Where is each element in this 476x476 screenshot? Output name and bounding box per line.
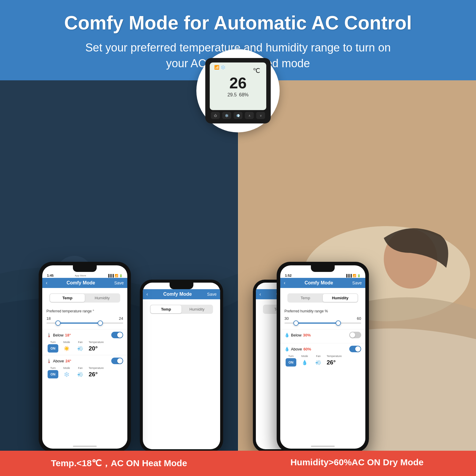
back-tab-area: Temp Humidity — [143, 299, 220, 319]
range-section-right: Preferred humidity range % 30 60 — [280, 307, 365, 329]
phone-right-screen: 1:52 ▐▐▐ 📶 🔋 ‹ Comfy Mode Save — [280, 265, 365, 449]
tab-temp-left[interactable]: Temp — [50, 294, 85, 302]
tab-humidity-bl[interactable]: Humidity — [181, 305, 212, 313]
device-btn-fan[interactable]: 💨 — [234, 112, 242, 119]
toggle-below-right[interactable] — [349, 332, 361, 338]
status-icons-left: ▐▐▐ 📶 🔋 — [107, 274, 123, 277]
back-btn-right[interactable]: ‹ — [284, 280, 285, 286]
save-btn-left[interactable]: Save — [114, 281, 124, 285]
toggle-knob-above-left — [117, 358, 123, 364]
tab-area-left: Temp Humidity — [42, 288, 127, 307]
device-btn-up[interactable]: ∧ — [245, 112, 254, 119]
tab-area-right: Temp Humidity — [280, 288, 365, 307]
phones-row: ‹ Comfy Mode Save Temp Humidity — [0, 262, 476, 452]
app-title-right: Comfy Mode — [305, 280, 333, 286]
temperature-label-above-right: Temperature — [327, 355, 342, 358]
below-threshold-left: 18° — [65, 333, 71, 337]
ac-settings-above-left: ON ❄️ 💨 26° — [46, 370, 123, 378]
phone-right-content: Preferred humidity range % 30 60 — [280, 307, 365, 444]
page-container: Comfy Mode for Automatic AC Control Set … — [0, 0, 476, 476]
device-btn-power[interactable]: ⏻ — [211, 112, 220, 119]
above-text-left: Above — [53, 359, 64, 363]
below-threshold-right: 30% — [303, 333, 311, 337]
device-circle: 📶 ❄️ ℃ 26 29.5 68% ⏻ ❄️ 💨 ∧ ∨ — [196, 49, 280, 132]
turn-label-below-left: Turn — [48, 341, 58, 344]
save-btn-right[interactable]: Save — [352, 281, 362, 285]
ac-mode-icon-above-right[interactable]: 💧 — [299, 358, 310, 367]
device-temp-display: 26 — [229, 75, 247, 91]
battery-icon: 🔋 — [119, 274, 123, 277]
toggle-above-right[interactable] — [349, 346, 361, 352]
toggle-below-left[interactable] — [111, 332, 123, 338]
wifi-status-icon: 📶 — [115, 274, 118, 277]
wifi-icon: 📶 ❄️ — [214, 65, 226, 70]
condition-row-above-left: 🌡️ Above 24° Turn Mode — [42, 355, 127, 381]
slider-fill-left — [58, 322, 100, 324]
phone-left-screen: 1:45 App Store ▐▐▐ 📶 🔋 ‹ Comfy Mode Save — [42, 265, 127, 449]
ac-mode-icon-above-left[interactable]: ❄️ — [61, 370, 72, 378]
mode-label-above-right: Mode — [299, 355, 310, 358]
signal-icon-r: ▐▐▐ — [345, 274, 352, 277]
phone-group-right: ‹ Comfy Mode Save Temp Humidity — [265, 262, 437, 452]
device-btn-mode[interactable]: ❄️ — [222, 112, 231, 119]
device-btn-down[interactable]: ∨ — [256, 112, 265, 119]
tab-temp-right[interactable]: Temp — [288, 294, 323, 302]
wifi-status-icon-r: 📶 — [353, 274, 356, 277]
device-body: 📶 ❄️ ℃ 26 29.5 68% ⏻ ❄️ 💨 ∧ ∨ — [205, 58, 271, 123]
above-threshold-right: 60% — [303, 347, 311, 351]
back-btn-left[interactable]: ‹ — [46, 280, 47, 286]
phone-back-left-notch — [170, 283, 193, 289]
ac-labels-above-left: Turn Mode Fan Temperature — [48, 367, 123, 369]
slider-thumb-right-min[interactable] — [293, 320, 299, 326]
status-time-right: 1:52 — [285, 274, 292, 277]
flame-icon-above-left: 🌡️ — [46, 358, 51, 363]
toggle-above-left[interactable] — [111, 358, 123, 364]
phone-left-notch — [73, 265, 97, 272]
slider-track-left[interactable] — [46, 322, 123, 324]
ac-on-btn-below-left[interactable]: ON — [48, 344, 58, 353]
range-min-right: 30 — [284, 316, 289, 321]
ac-fan-icon-above-right[interactable]: 💨 — [313, 358, 324, 367]
ac-labels-above-right: Turn Mode Fan Temperature — [286, 355, 361, 358]
battery-icon-r: 🔋 — [357, 274, 361, 277]
slider-track-right[interactable] — [284, 322, 361, 324]
tab-humidity-left[interactable]: Humidity — [85, 294, 120, 302]
condition-label-above-left: 🌡️ Above 24° — [46, 358, 71, 363]
home-indicator-right[interactable] — [311, 446, 335, 447]
range-label-right: Preferred humidity range % — [284, 309, 361, 313]
device-temp-unit: ℃ — [253, 67, 260, 75]
tab-temp-bl[interactable]: Temp — [151, 305, 181, 313]
bottom-labels: Temp.<18℃，AC ON Heat Mode Humidity>60%AC… — [0, 451, 476, 476]
tab-humidity-right[interactable]: Humidity — [323, 294, 358, 302]
app-title-bl: Comfy Mode — [163, 292, 192, 297]
ac-settings-below-left: ON ☀️ 💨 20° — [46, 344, 123, 353]
save-btn-bl[interactable]: Save — [207, 292, 217, 297]
turn-label-above-left: Turn — [48, 367, 58, 369]
toggle-knob-below-left — [117, 332, 123, 338]
tab-switcher-bl: Temp Humidity — [150, 305, 213, 314]
ac-on-btn-above-right[interactable]: ON — [286, 358, 296, 367]
ac-fan-icon-below-left[interactable]: 💨 — [75, 344, 86, 353]
ac-on-btn-above-left[interactable]: ON — [48, 370, 58, 378]
bottom-label-left: Temp.<18℃，AC ON Heat Mode — [0, 451, 238, 476]
device-screen: 📶 ❄️ ℃ 26 29.5 68% — [210, 62, 266, 110]
condition-row-above-right: 💧 Above 60% Turn Mode — [280, 343, 365, 369]
condition-header-above-left: 🌡️ Above 24° — [46, 358, 123, 364]
above-threshold-left: 24° — [65, 359, 71, 363]
slider-thumb-left-min[interactable] — [55, 320, 61, 326]
phone-group-left: ‹ Comfy Mode Save Temp Humidity — [39, 262, 211, 452]
mode-label-above-left: Mode — [61, 367, 72, 369]
device-container: 📶 ❄️ ℃ 26 29.5 68% ⏻ ❄️ 💨 ∧ ∨ — [196, 49, 280, 132]
slider-thumb-right-max[interactable] — [336, 320, 341, 326]
back-icon-bl[interactable]: ‹ — [146, 292, 148, 297]
app-store-label: App Store — [75, 274, 86, 277]
device-small-humidity: 68% — [239, 92, 249, 98]
home-indicator-left[interactable] — [73, 446, 97, 447]
fan-label-below-left: Fan — [75, 341, 86, 344]
ac-fan-icon-above-left[interactable]: 💨 — [75, 370, 86, 378]
back-icon-br[interactable]: ‹ — [259, 292, 261, 297]
ac-mode-icon-below-left[interactable]: ☀️ — [61, 344, 72, 353]
device-small-temp: 29.5 — [227, 92, 237, 98]
slider-thumb-left-max[interactable] — [98, 320, 103, 326]
range-values-left: 18 24 — [46, 316, 123, 321]
